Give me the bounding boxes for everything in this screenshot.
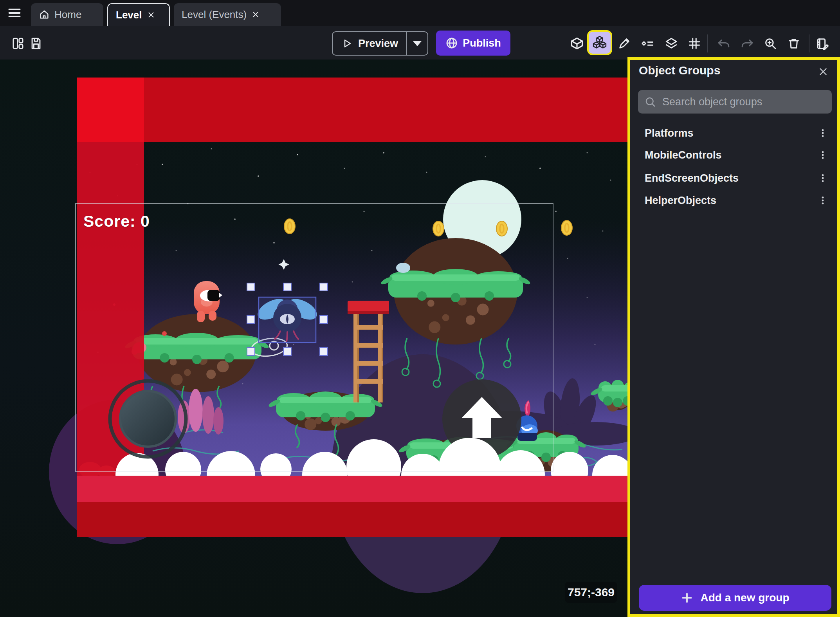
layout-panels-button[interactable] [9, 35, 27, 52]
toolbar-divider [809, 34, 809, 52]
object-group-label: EndScreenObjects [645, 172, 739, 184]
level-editor-window: Home Level Level (Events) [0, 0, 840, 617]
object-group-label: HelperObjects [645, 195, 716, 207]
kebab-menu-icon[interactable] [818, 149, 828, 161]
object-group-row[interactable]: MobileControls [636, 146, 832, 164]
kebab-menu-icon[interactable] [818, 195, 828, 206]
tab-home[interactable]: Home [31, 3, 103, 26]
redo-button[interactable] [739, 35, 756, 52]
object-group-row[interactable]: HelperObjects [636, 192, 832, 209]
red-zone-top[interactable] [77, 78, 627, 142]
scene-canvas[interactable]: Score: 0 757;-369 [0, 60, 627, 617]
globe-icon [445, 37, 458, 49]
publish-button[interactable]: Publish [436, 31, 510, 56]
object-group-label: MobileControls [645, 149, 722, 161]
close-icon[interactable] [251, 10, 260, 19]
preview-label: Preview [358, 38, 398, 50]
save-button[interactable] [27, 35, 45, 52]
add-group-button[interactable]: Add a new group [639, 585, 831, 611]
hamburger-menu-button[interactable] [5, 5, 23, 21]
coordinates-badge: 757;-369 [565, 582, 617, 603]
layers-button[interactable] [663, 35, 680, 52]
selection-handle[interactable] [247, 316, 255, 323]
object-groups-panel-button-active[interactable] [587, 30, 612, 55]
score-text: Score: 0 [83, 212, 150, 231]
panel-close-button[interactable] [815, 63, 832, 80]
tab-level-events[interactable]: Level (Events) [174, 3, 281, 26]
delete-button[interactable] [785, 35, 802, 52]
zoom-in-button[interactable] [762, 35, 779, 52]
objects-panel-button[interactable] [568, 35, 586, 52]
tab-level[interactable]: Level [107, 3, 170, 26]
search-box[interactable] [638, 90, 832, 114]
preview-button[interactable]: Preview [332, 31, 428, 56]
plus-icon [681, 592, 693, 604]
scene-view[interactable] [0, 60, 627, 617]
object-group-row[interactable]: Platforms [636, 124, 832, 142]
joystick-control[interactable] [110, 381, 186, 457]
chevron-down-icon [413, 41, 422, 46]
coin[interactable] [433, 221, 444, 236]
panel-title: Object Groups [639, 64, 720, 77]
instances-list-button[interactable] [639, 35, 656, 52]
tab-label: Home [54, 9, 81, 21]
coin[interactable] [561, 220, 572, 235]
object-group-label: Platforms [645, 127, 694, 139]
editor-toolbar: Preview Publish [0, 26, 840, 60]
selection-handle[interactable] [283, 283, 291, 291]
object-group-row[interactable]: EndScreenObjects [636, 170, 832, 187]
toolbar-divider [707, 34, 708, 52]
selection-handle[interactable] [320, 283, 328, 291]
selection-box[interactable] [259, 297, 316, 343]
tab-label: Level (Events) [182, 9, 247, 21]
edit-properties-button[interactable] [814, 35, 831, 52]
add-group-label: Add a new group [700, 592, 789, 604]
home-icon [39, 9, 50, 20]
play-icon [341, 38, 353, 49]
mushroom [162, 331, 167, 336]
search-icon [644, 96, 656, 108]
undo-button[interactable] [715, 35, 732, 52]
red-zone-bottom[interactable] [77, 476, 627, 537]
grid-button[interactable] [686, 35, 703, 52]
selection-handle[interactable] [247, 348, 255, 355]
kebab-menu-icon[interactable] [818, 127, 828, 139]
tab-bar: Home Level Level (Events) [0, 0, 840, 26]
preview-main[interactable]: Preview [333, 32, 406, 55]
selection-handle[interactable] [320, 348, 328, 355]
kebab-menu-icon[interactable] [818, 172, 828, 184]
selection-handle[interactable] [320, 316, 328, 323]
publish-label: Publish [463, 37, 501, 49]
coin[interactable] [284, 219, 295, 234]
edit-pencil-button[interactable] [616, 35, 633, 52]
close-icon[interactable] [147, 11, 155, 19]
object-groups-panel: Object Groups PlatformsMobileControlsEnd… [627, 57, 840, 617]
coin[interactable] [496, 221, 507, 236]
search-input[interactable] [662, 96, 826, 108]
mushroom [396, 263, 410, 273]
selection-handle[interactable] [283, 348, 291, 355]
tab-label: Level [116, 9, 142, 21]
preview-options-button[interactable] [406, 32, 427, 55]
selection-handle[interactable] [247, 283, 255, 291]
